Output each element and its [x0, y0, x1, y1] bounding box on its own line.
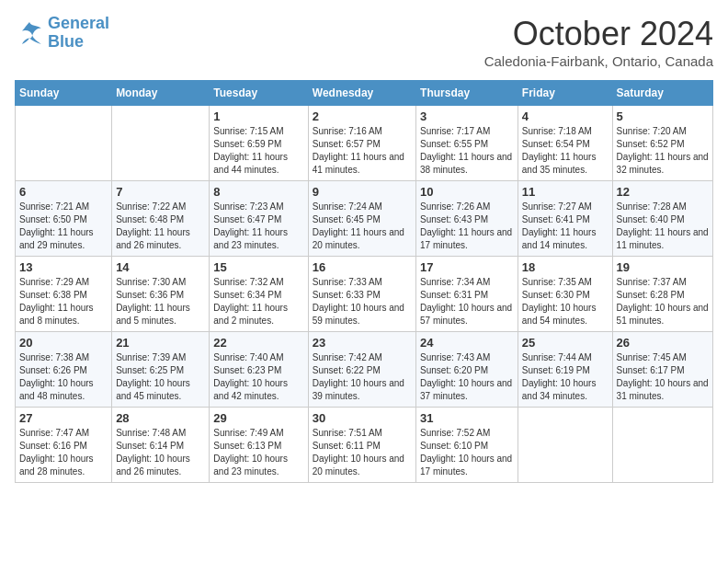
calendar-cell: 3Sunrise: 7:17 AM Sunset: 6:55 PM Daylig… — [416, 106, 518, 181]
day-number: 12 — [617, 185, 709, 199]
calendar-cell: 21Sunrise: 7:39 AM Sunset: 6:25 PM Dayli… — [112, 332, 210, 408]
week-row-3: 13Sunrise: 7:29 AM Sunset: 6:38 PM Dayli… — [16, 257, 713, 332]
day-number: 6 — [19, 185, 108, 199]
day-number: 22 — [213, 336, 303, 350]
day-number: 19 — [617, 260, 709, 274]
day-header-wednesday: Wednesday — [308, 81, 415, 106]
calendar-cell: 29Sunrise: 7:49 AM Sunset: 6:13 PM Dayli… — [210, 408, 308, 483]
calendar-cell: 11Sunrise: 7:27 AM Sunset: 6:41 PM Dayli… — [518, 181, 612, 257]
day-number: 10 — [420, 185, 514, 199]
day-number: 25 — [522, 336, 609, 350]
day-info: Sunrise: 7:43 AM Sunset: 6:20 PM Dayligh… — [420, 351, 514, 403]
calendar-table: SundayMondayTuesdayWednesdayThursdayFrid… — [15, 80, 713, 483]
title-block: October 2024 Caledonia-Fairbank, Ontario… — [484, 15, 713, 69]
day-info: Sunrise: 7:22 AM Sunset: 6:48 PM Dayligh… — [116, 201, 205, 252]
day-header-friday: Friday — [518, 81, 612, 106]
calendar-cell: 24Sunrise: 7:43 AM Sunset: 6:20 PM Dayli… — [416, 332, 518, 408]
day-header-saturday: Saturday — [612, 81, 712, 106]
day-info: Sunrise: 7:24 AM Sunset: 6:45 PM Dayligh… — [313, 201, 412, 252]
calendar-cell — [112, 106, 210, 181]
day-header-monday: Monday — [112, 81, 210, 106]
calendar-cell: 27Sunrise: 7:47 AM Sunset: 6:16 PM Dayli… — [16, 408, 112, 483]
day-number: 24 — [420, 336, 514, 350]
calendar-cell: 23Sunrise: 7:42 AM Sunset: 6:22 PM Dayli… — [308, 332, 415, 408]
day-info: Sunrise: 7:47 AM Sunset: 6:16 PM Dayligh… — [19, 427, 108, 478]
day-number: 16 — [313, 260, 412, 274]
day-info: Sunrise: 7:30 AM Sunset: 6:36 PM Dayligh… — [116, 276, 205, 327]
calendar-cell: 1Sunrise: 7:15 AM Sunset: 6:59 PM Daylig… — [210, 106, 308, 181]
day-info: Sunrise: 7:42 AM Sunset: 6:22 PM Dayligh… — [313, 351, 412, 403]
day-number: 29 — [213, 411, 303, 425]
calendar-cell: 20Sunrise: 7:38 AM Sunset: 6:26 PM Dayli… — [16, 332, 112, 408]
calendar-cell: 7Sunrise: 7:22 AM Sunset: 6:48 PM Daylig… — [112, 181, 210, 257]
day-info: Sunrise: 7:35 AM Sunset: 6:30 PM Dayligh… — [522, 276, 609, 327]
day-info: Sunrise: 7:51 AM Sunset: 6:11 PM Dayligh… — [313, 427, 412, 478]
calendar-cell: 12Sunrise: 7:28 AM Sunset: 6:40 PM Dayli… — [612, 181, 712, 257]
day-info: Sunrise: 7:32 AM Sunset: 6:34 PM Dayligh… — [213, 276, 303, 327]
calendar-cell: 4Sunrise: 7:18 AM Sunset: 6:54 PM Daylig… — [518, 106, 612, 181]
calendar-cell — [612, 408, 712, 483]
calendar-cell: 31Sunrise: 7:52 AM Sunset: 6:10 PM Dayli… — [416, 408, 518, 483]
day-info: Sunrise: 7:49 AM Sunset: 6:13 PM Dayligh… — [213, 427, 303, 478]
day-info: Sunrise: 7:18 AM Sunset: 6:54 PM Dayligh… — [522, 125, 609, 177]
day-number: 9 — [313, 185, 412, 199]
day-info: Sunrise: 7:28 AM Sunset: 6:40 PM Dayligh… — [617, 201, 709, 252]
day-number: 1 — [213, 109, 303, 123]
day-number: 21 — [116, 336, 205, 350]
day-number: 23 — [313, 336, 412, 350]
day-number: 13 — [19, 260, 108, 274]
day-info: Sunrise: 7:27 AM Sunset: 6:41 PM Dayligh… — [522, 201, 609, 252]
day-header-thursday: Thursday — [416, 81, 518, 106]
day-header-tuesday: Tuesday — [210, 81, 308, 106]
calendar-cell: 2Sunrise: 7:16 AM Sunset: 6:57 PM Daylig… — [308, 106, 415, 181]
day-info: Sunrise: 7:44 AM Sunset: 6:19 PM Dayligh… — [522, 351, 609, 403]
week-row-5: 27Sunrise: 7:47 AM Sunset: 6:16 PM Dayli… — [16, 408, 713, 483]
day-number: 4 — [522, 109, 609, 123]
day-number: 7 — [116, 185, 205, 199]
day-number: 30 — [313, 411, 412, 425]
calendar-cell: 6Sunrise: 7:21 AM Sunset: 6:50 PM Daylig… — [16, 181, 112, 257]
day-info: Sunrise: 7:39 AM Sunset: 6:25 PM Dayligh… — [116, 351, 205, 403]
day-number: 20 — [19, 336, 108, 350]
day-info: Sunrise: 7:26 AM Sunset: 6:43 PM Dayligh… — [420, 201, 514, 252]
calendar-cell: 13Sunrise: 7:29 AM Sunset: 6:38 PM Dayli… — [16, 257, 112, 332]
week-row-2: 6Sunrise: 7:21 AM Sunset: 6:50 PM Daylig… — [16, 181, 713, 257]
day-number: 18 — [522, 260, 609, 274]
day-header-sunday: Sunday — [16, 81, 112, 106]
day-info: Sunrise: 7:21 AM Sunset: 6:50 PM Dayligh… — [19, 201, 108, 252]
calendar-cell: 8Sunrise: 7:23 AM Sunset: 6:47 PM Daylig… — [210, 181, 308, 257]
day-number: 31 — [420, 411, 514, 425]
day-info: Sunrise: 7:45 AM Sunset: 6:17 PM Dayligh… — [617, 351, 709, 403]
calendar-cell: 14Sunrise: 7:30 AM Sunset: 6:36 PM Dayli… — [112, 257, 210, 332]
logo-text: General Blue — [48, 15, 109, 52]
calendar-cell: 19Sunrise: 7:37 AM Sunset: 6:28 PM Dayli… — [612, 257, 712, 332]
calendar-cell: 17Sunrise: 7:34 AM Sunset: 6:31 PM Dayli… — [416, 257, 518, 332]
day-number: 14 — [116, 260, 205, 274]
calendar-cell: 5Sunrise: 7:20 AM Sunset: 6:52 PM Daylig… — [612, 106, 712, 181]
calendar-cell: 25Sunrise: 7:44 AM Sunset: 6:19 PM Dayli… — [518, 332, 612, 408]
day-info: Sunrise: 7:17 AM Sunset: 6:55 PM Dayligh… — [420, 125, 514, 177]
day-info: Sunrise: 7:15 AM Sunset: 6:59 PM Dayligh… — [213, 125, 303, 177]
day-number: 15 — [213, 260, 303, 274]
day-number: 5 — [617, 109, 709, 123]
day-info: Sunrise: 7:23 AM Sunset: 6:47 PM Dayligh… — [213, 201, 303, 252]
calendar-cell: 30Sunrise: 7:51 AM Sunset: 6:11 PM Dayli… — [308, 408, 415, 483]
day-info: Sunrise: 7:33 AM Sunset: 6:33 PM Dayligh… — [313, 276, 412, 327]
logo: General Blue — [15, 15, 109, 52]
day-number: 11 — [522, 185, 609, 199]
day-info: Sunrise: 7:16 AM Sunset: 6:57 PM Dayligh… — [313, 125, 412, 177]
day-info: Sunrise: 7:34 AM Sunset: 6:31 PM Dayligh… — [420, 276, 514, 327]
day-info: Sunrise: 7:37 AM Sunset: 6:28 PM Dayligh… — [617, 276, 709, 327]
calendar-cell: 10Sunrise: 7:26 AM Sunset: 6:43 PM Dayli… — [416, 181, 518, 257]
day-number: 3 — [420, 109, 514, 123]
logo-icon — [15, 20, 44, 46]
calendar-cell: 22Sunrise: 7:40 AM Sunset: 6:23 PM Dayli… — [210, 332, 308, 408]
month-title: October 2024 — [484, 15, 713, 53]
days-header-row: SundayMondayTuesdayWednesdayThursdayFrid… — [16, 81, 713, 106]
day-number: 27 — [19, 411, 108, 425]
day-info: Sunrise: 7:52 AM Sunset: 6:10 PM Dayligh… — [420, 427, 514, 478]
calendar-cell: 9Sunrise: 7:24 AM Sunset: 6:45 PM Daylig… — [308, 181, 415, 257]
day-info: Sunrise: 7:48 AM Sunset: 6:14 PM Dayligh… — [116, 427, 205, 478]
day-number: 17 — [420, 260, 514, 274]
location-subtitle: Caledonia-Fairbank, Ontario, Canada — [484, 53, 713, 69]
